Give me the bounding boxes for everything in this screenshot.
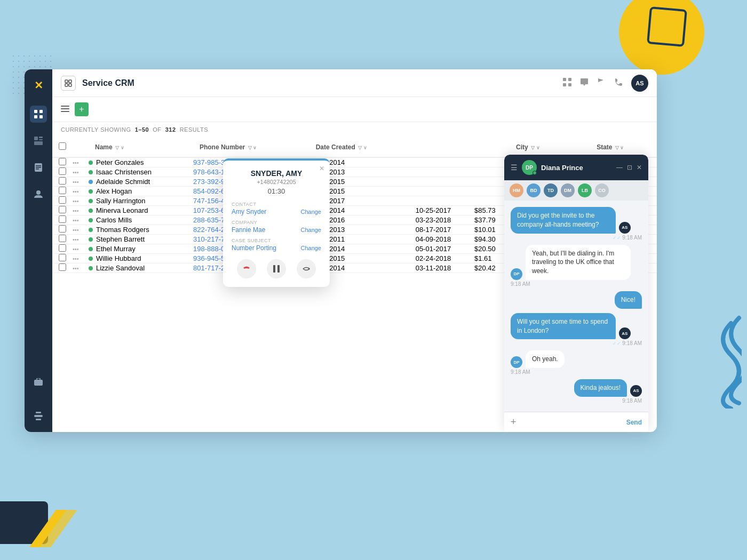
chat-input[interactable] xyxy=(521,419,622,426)
user-avatar[interactable]: AS xyxy=(631,75,648,92)
row-checkbox[interactable] xyxy=(59,187,66,194)
phone-icon[interactable] xyxy=(614,78,623,89)
chat-message-5: DP Oh yeah. 9:18 AM xyxy=(511,350,642,375)
cell-date2 xyxy=(416,157,474,167)
row-checkbox[interactable] xyxy=(59,177,66,185)
case-change-btn[interactable]: Change xyxy=(300,245,321,251)
status-indicator xyxy=(89,199,93,203)
call-hold-button[interactable] xyxy=(267,259,286,278)
row-actions-icon[interactable]: ••• xyxy=(73,227,79,233)
call-timer: 01:30 xyxy=(232,187,321,195)
row-actions-icon[interactable]: ••• xyxy=(73,198,79,204)
row-checkbox[interactable] xyxy=(59,254,66,261)
chat-close-icon[interactable]: ✕ xyxy=(637,164,642,171)
chat-panel: ☰ DP Diana Prince — ⊡ ✕ HM BD TD DM LB C… xyxy=(504,155,648,432)
sender-avatar-as: AS xyxy=(619,327,631,339)
sidebar-item-bottom[interactable] xyxy=(30,407,47,425)
contact-name: Thomas Rodgers xyxy=(96,226,149,234)
message-time: 9:18 AM xyxy=(511,369,530,375)
sidebar-item-layout[interactable] xyxy=(30,132,47,149)
contact-name: Willie Hubbard xyxy=(96,254,141,262)
call-transfer-button[interactable] xyxy=(297,259,316,278)
row-actions-icon[interactable]: ••• xyxy=(73,207,79,214)
row-actions-icon[interactable]: ••• xyxy=(73,265,79,271)
message-text: Nice! xyxy=(615,291,642,309)
svg-rect-6 xyxy=(39,139,43,140)
svg-rect-22 xyxy=(568,78,571,81)
cell-date2: 02-24-2018 xyxy=(416,254,474,263)
svg-rect-11 xyxy=(36,169,39,170)
row-checkbox[interactable] xyxy=(59,196,66,204)
row-checkbox[interactable] xyxy=(59,158,66,165)
row-checkbox[interactable] xyxy=(59,215,66,223)
sidebar-bottom xyxy=(30,373,47,425)
sidebar-item-documents[interactable] xyxy=(30,159,47,176)
row-checkbox[interactable] xyxy=(59,235,66,242)
cell-date2: 04-09-2018 xyxy=(416,235,474,244)
company-label: COMPANY xyxy=(232,220,321,225)
row-checkbox[interactable] xyxy=(59,167,66,175)
sidebar-item-users[interactable] xyxy=(30,186,47,203)
contact-name: Carlos Mills xyxy=(96,216,132,224)
contact-name: Stephen Barrett xyxy=(96,235,145,243)
svg-rect-19 xyxy=(65,84,68,86)
row-actions-icon[interactable]: ••• xyxy=(73,159,79,166)
chat-message-1: Did you get the invite to the company al… xyxy=(511,207,642,241)
row-actions-icon[interactable]: ••• xyxy=(73,188,79,195)
logo-x: ✕ xyxy=(34,79,43,92)
select-all-checkbox[interactable] xyxy=(59,142,66,150)
chat-minimize-icon[interactable]: — xyxy=(616,164,623,171)
chat-message-3: Nice! xyxy=(511,291,642,309)
case-field: CASE SUBJECT Number Porting Change xyxy=(232,238,321,252)
message-time: ✓✓ 9:18 AM xyxy=(613,235,642,241)
sidebar-item-apps[interactable] xyxy=(30,106,47,123)
grid-icon[interactable] xyxy=(563,78,571,89)
cell-name: Adelaide Schmidt xyxy=(89,177,193,187)
popup-close-icon[interactable]: ✕ xyxy=(319,165,324,172)
row-checkbox[interactable] xyxy=(59,206,66,213)
cell-date2: 03-23-2018 xyxy=(416,215,474,225)
message-time: 9:18 AM xyxy=(622,398,642,404)
cell-date2 xyxy=(416,177,474,187)
chat-messages: Did you get the invite to the company al… xyxy=(504,201,648,412)
chat-menu-icon[interactable]: ☰ xyxy=(511,163,518,172)
svg-rect-9 xyxy=(36,165,41,166)
row-actions-icon[interactable]: ••• xyxy=(73,236,79,243)
row-checkbox[interactable] xyxy=(59,225,66,233)
chat-expand-icon[interactable]: ⊡ xyxy=(627,164,632,171)
chat-add-icon[interactable]: + xyxy=(511,417,516,428)
sidebar-item-briefcase[interactable] xyxy=(30,373,47,390)
cell-date2 xyxy=(416,167,474,177)
company-change-btn[interactable]: Change xyxy=(300,227,321,233)
svg-rect-18 xyxy=(69,80,71,83)
add-record-button[interactable]: + xyxy=(75,102,89,116)
contact-name: Peter Gonzales xyxy=(96,158,144,166)
contact-change-btn[interactable]: Change xyxy=(300,209,321,215)
svg-rect-29 xyxy=(277,265,280,273)
row-checkbox[interactable] xyxy=(59,244,66,252)
status-indicator xyxy=(89,228,93,232)
row-checkbox[interactable] xyxy=(59,263,66,271)
list-view-icon[interactable] xyxy=(61,105,69,114)
chat-icon[interactable] xyxy=(580,78,589,89)
svg-rect-10 xyxy=(36,167,41,168)
company-field: COMPANY Fannie Mae Change xyxy=(232,220,321,234)
row-actions-icon[interactable]: ••• xyxy=(73,255,79,262)
chat-send-button[interactable]: Send xyxy=(626,419,642,426)
cell-name: Willie Hubbard xyxy=(89,254,193,263)
contact-name: Minerva Leonard xyxy=(96,206,148,214)
row-actions-icon[interactable]: ••• xyxy=(73,217,79,223)
call-end-button[interactable] xyxy=(237,259,256,278)
row-actions-icon[interactable]: ••• xyxy=(73,179,79,185)
row-actions-icon[interactable]: ••• xyxy=(73,169,79,175)
cell-name: Alex Hogan xyxy=(89,187,193,196)
svg-rect-17 xyxy=(65,80,68,83)
status-indicator xyxy=(89,247,93,251)
status-indicator xyxy=(89,170,93,174)
col-created: Date Created ▽ ∨ xyxy=(309,137,416,157)
row-actions-icon[interactable]: ••• xyxy=(73,246,79,252)
flag-icon[interactable] xyxy=(597,78,606,89)
case-value: Number Porting xyxy=(232,244,276,252)
chat-message-4: Will you get some time to spend in Londo… xyxy=(511,313,642,347)
svg-rect-1 xyxy=(39,110,43,113)
